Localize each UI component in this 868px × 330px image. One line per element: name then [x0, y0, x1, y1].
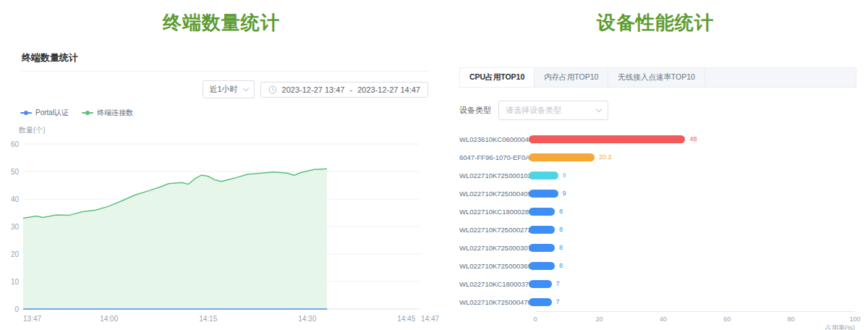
line-series-icon: [82, 110, 93, 116]
y-tick-label: 60: [11, 140, 20, 148]
section-header-performance: 设备性能统计: [443, 10, 868, 35]
device-type-filter: 设备类型 请选择设备类型: [459, 101, 868, 120]
legend-item-terminal-connections[interactable]: 终端连接数: [82, 108, 133, 118]
bar[interactable]: [529, 172, 558, 179]
chart-legend: Portal认证 终端连接数: [20, 108, 428, 118]
performance-tabs: CPU占用TOP10 内存占用TOP10 无线接入点速率TOP10: [459, 67, 856, 88]
bar-track: 9: [529, 190, 855, 198]
bar-row: 6047-FF96-1070-EF0A20.2: [459, 148, 855, 166]
device-performance-section: 设备性能统计 CPU占用TOP10 内存占用TOP10 无线接入点速率TOP10…: [443, 0, 868, 330]
bar-track: 7: [529, 280, 855, 288]
tab-cpu-top10[interactable]: CPU占用TOP10: [460, 68, 535, 87]
y-axis-title: 数量(个): [19, 125, 443, 135]
bar-value-label: 48: [689, 135, 697, 143]
bar-value-label: 20.2: [599, 153, 612, 161]
x-tick-label: 20: [595, 316, 603, 323]
bar-category-label: WL023610KC06000043: [459, 135, 529, 143]
bar-track: 20.2: [529, 153, 855, 161]
legend-label: Portal认证: [35, 108, 69, 118]
panel-header: 终端数量统计: [22, 51, 428, 72]
time-range-value: 近1小时: [209, 84, 237, 95]
bar-track: 8: [529, 244, 855, 252]
y-tick-label: 50: [11, 168, 20, 176]
time-range-select[interactable]: 近1小时: [203, 80, 254, 98]
bar-category-label: 6047-FF96-1070-EF0A: [459, 153, 529, 161]
date-range-picker[interactable]: 2023-12-27 13:47 - 2023-12-27 14:47: [260, 82, 428, 98]
bar-axis-track: 占用率(%) 020406080100: [535, 311, 855, 330]
x-tick-label: 0: [533, 316, 537, 323]
terminal-count-chart[interactable]: 010203040506013:4714:0014:1514:3014:4514…: [10, 137, 444, 329]
y-tick-label: 20: [11, 250, 20, 258]
bar[interactable]: [529, 298, 552, 306]
bar-track: 48: [529, 135, 855, 143]
bar-category-label: WL022710K725000369: [459, 262, 529, 270]
bar-row: WL022710KC180002808: [459, 203, 855, 221]
bar-row: WL023610KC0600004348: [459, 130, 855, 148]
bar-value-label: 8: [559, 244, 563, 252]
bar[interactable]: [529, 190, 558, 198]
bar-chart-axis: 占用率(%) 020406080100: [459, 311, 855, 330]
bar-row: WL022710KC180003727: [459, 275, 855, 293]
bar-category-label: WL022710KC18000372: [459, 280, 529, 288]
bar[interactable]: [529, 153, 595, 161]
bar[interactable]: [529, 135, 685, 143]
bar-row: WL022710K7250003698: [459, 257, 855, 275]
x-tick-label: 14:15: [199, 315, 217, 323]
y-tick-label: 0: [14, 305, 19, 313]
tab-memory-top10[interactable]: 内存占用TOP10: [535, 68, 608, 87]
x-tick-label: 100: [849, 316, 860, 323]
device-type-select[interactable]: 请选择设备类型: [498, 101, 608, 120]
bar[interactable]: [529, 280, 552, 288]
date-end: 2023-12-27 14:47: [357, 85, 420, 94]
device-type-placeholder: 请选择设备类型: [506, 105, 561, 116]
bar-category-label: WL022710K725000409: [459, 190, 529, 198]
series-area-fill: [23, 169, 327, 309]
tab-wireless-ap-rate-top10[interactable]: 无线接入点速率TOP10: [608, 68, 705, 87]
clock-icon: [268, 85, 277, 94]
y-tick-label: 40: [11, 195, 20, 203]
date-start: 2023-12-27 13:47: [282, 85, 345, 94]
legend-item-portal-auth[interactable]: Portal认证: [20, 108, 69, 118]
legend-label: 终端连接数: [97, 108, 133, 118]
section-header-terminal: 终端数量统计: [0, 10, 443, 35]
dashboard-page: 终端数量统计 终端数量统计 近1小时 2023-12-27 13:47 - 20…: [0, 0, 868, 330]
bar-value-label: 9: [563, 172, 566, 179]
bar-value-label: 8: [559, 262, 563, 270]
bar-rows: WL023610KC06000043486047-FF96-1070-EF0A2…: [459, 130, 855, 311]
bar-row: WL022710K7250003078: [459, 239, 855, 257]
bar[interactable]: [529, 244, 555, 252]
bar-value-label: 7: [556, 280, 560, 288]
bar-category-label: WL022710K725000470: [459, 298, 529, 306]
x-axis-title: 占用率(%): [825, 323, 855, 330]
axis-spacer: [459, 311, 535, 330]
x-tick-label: 14:47: [421, 315, 439, 323]
x-tick-label: 13:47: [23, 315, 41, 323]
bar-value-label: 8: [559, 208, 563, 216]
bar[interactable]: [529, 262, 555, 270]
bar-row: WL022710K7250002728: [459, 221, 855, 239]
bar-row: WL022710K7250001029: [459, 166, 855, 185]
bar-value-label: 7: [556, 298, 560, 306]
bar[interactable]: [529, 226, 555, 234]
bar-value-label: 9: [563, 190, 566, 198]
x-tick-label: 14:00: [100, 315, 118, 323]
bar-track: 8: [529, 226, 855, 234]
device-type-label: 设备类型: [459, 105, 491, 116]
date-separator: -: [349, 85, 352, 94]
panel-title: 终端数量统计: [22, 51, 428, 64]
chart-controls: 近1小时 2023-12-27 13:47 - 2023-12-27 14:47: [22, 80, 428, 98]
chevron-down-icon: [596, 106, 602, 112]
bar[interactable]: [529, 208, 555, 216]
y-tick-label: 10: [11, 278, 20, 286]
x-tick-label: 14:30: [298, 315, 316, 323]
x-tick-label: 60: [723, 316, 731, 323]
x-tick-label: 80: [788, 316, 795, 323]
cpu-top10-bar-chart[interactable]: WL023610KC06000043486047-FF96-1070-EF0A2…: [459, 130, 855, 311]
bar-row: WL022710K7250004099: [459, 185, 855, 203]
chevron-down-icon: [242, 85, 248, 91]
x-tick-label: 14:45: [397, 315, 415, 323]
bar-category-label: WL022710K725000272: [459, 226, 529, 234]
bar-category-label: WL022710K725000307: [459, 244, 529, 252]
bar-category-label: WL022710K725000102: [459, 172, 529, 179]
bar-track: 8: [529, 208, 855, 216]
